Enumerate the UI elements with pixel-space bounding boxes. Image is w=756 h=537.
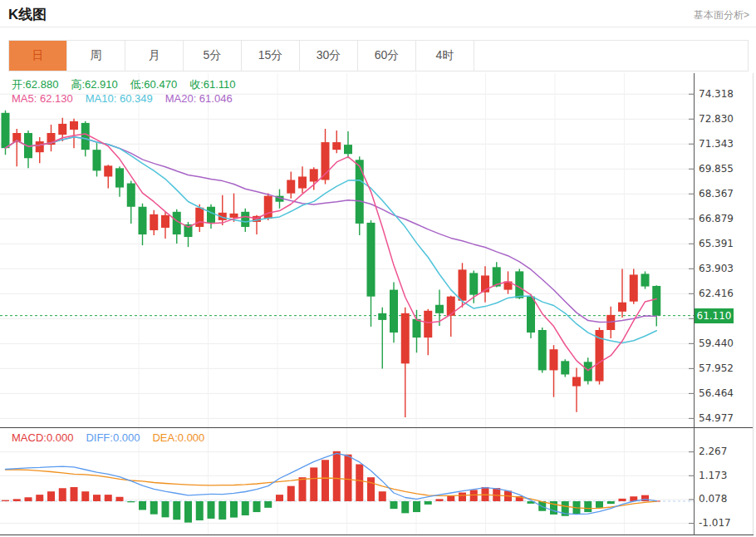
candlestick[interactable] — [104, 165, 112, 176]
candlestick[interactable] — [469, 273, 478, 294]
axis-tick-label: 57.952 — [699, 362, 734, 374]
macd-histogram-bar — [436, 499, 444, 501]
macd-histogram-bar — [116, 497, 124, 501]
candlestick[interactable] — [115, 168, 124, 187]
candlestick[interactable] — [230, 214, 238, 218]
candlestick[interactable] — [652, 286, 660, 316]
macd-histogram-bar — [447, 495, 454, 501]
macd-histogram-bar — [25, 497, 32, 501]
macd-histogram-bar — [242, 501, 249, 515]
macd-histogram-bar — [299, 477, 307, 501]
candlestick[interactable] — [378, 313, 386, 320]
candlestick[interactable] — [150, 214, 158, 230]
candlestick[interactable] — [584, 362, 592, 381]
macd-histogram-bar — [81, 491, 89, 501]
candlestick[interactable] — [413, 319, 421, 337]
macd-histogram-bar — [150, 501, 158, 515]
axis-tick-label: -1.017 — [699, 517, 731, 529]
macd-histogram-bar — [356, 464, 363, 500]
candlestick[interactable] — [538, 330, 547, 370]
macd-histogram-bar — [310, 467, 317, 501]
macd-histogram-bar — [36, 495, 43, 501]
macd-histogram-bar — [196, 501, 204, 520]
candlestick[interactable] — [618, 303, 626, 312]
candlestick[interactable] — [241, 212, 249, 227]
candlestick[interactable] — [36, 141, 44, 152]
candlestick[interactable] — [70, 121, 78, 130]
macd-histogram-bar — [139, 501, 146, 510]
candlestick[interactable] — [630, 274, 638, 301]
axis-tick-label: 56.464 — [699, 387, 734, 399]
macd-histogram-bar — [322, 460, 329, 501]
macd-histogram-bar — [287, 486, 295, 501]
legend-item: MA10: 60.349 — [86, 92, 153, 105]
axis-tick-label: 71.343 — [699, 138, 734, 150]
candlestick[interactable] — [527, 297, 535, 333]
macd-histogram-bar — [59, 488, 66, 501]
macd-histogram-bar — [218, 501, 226, 520]
macd-histogram-bar — [482, 487, 489, 501]
axis-tick-label: 54.977 — [699, 412, 734, 424]
macd-histogram-bar — [413, 501, 420, 512]
candlestick[interactable] — [207, 207, 215, 223]
candlestick[interactable] — [344, 145, 352, 154]
candlestick[interactable] — [139, 207, 147, 234]
ma20-line — [6, 137, 657, 323]
legend-item: MACD:0.000 — [12, 431, 73, 444]
macd-histogram-bar — [127, 501, 135, 502]
macd-histogram-bar — [493, 488, 500, 501]
macd-histogram-bar — [345, 455, 352, 501]
candlestick[interactable] — [390, 290, 398, 333]
legend-item: DEA:0.000 — [152, 431, 204, 444]
candlestick[interactable] — [195, 208, 204, 227]
axis-tick-label: 63.903 — [699, 263, 734, 274]
macd-histogram-bar — [71, 487, 78, 501]
macd-histogram-bar — [619, 499, 626, 501]
candlestick[interactable] — [435, 305, 444, 313]
candlestick[interactable] — [264, 196, 272, 219]
macd-legend: MACD:0.000DIFF:0.000DEA:0.000 — [12, 431, 217, 444]
candlestick[interactable] — [424, 311, 432, 337]
candlestick[interactable] — [561, 361, 569, 374]
kline-widget: K线图 基本面分析> 日周月5分15分30分60分4时 开:62.880高:62… — [0, 0, 756, 537]
candlestick[interactable] — [641, 273, 650, 286]
macd-histogram-bar — [230, 501, 238, 518]
candlestick[interactable] — [572, 377, 581, 386]
legend-item: 高:62.910 — [71, 78, 117, 91]
axis-tick-label: 65.391 — [699, 238, 734, 249]
candlestick[interactable] — [2, 113, 10, 148]
legend-item: 开:62.880 — [12, 78, 58, 91]
macd-histogram-bar — [459, 492, 466, 500]
legend-item: 收:61.110 — [189, 78, 235, 91]
candlestick[interactable] — [459, 269, 467, 300]
macd-histogram-bar — [173, 501, 180, 520]
candlestick[interactable] — [127, 184, 135, 207]
macd-histogram-bar — [333, 451, 341, 501]
legend-item: DIFF:0.000 — [86, 431, 140, 444]
macd-histogram-bar — [596, 501, 603, 508]
macd-histogram-bar — [47, 491, 55, 501]
candlestick[interactable] — [161, 215, 169, 228]
candlestick[interactable] — [332, 142, 341, 150]
candlestick[interactable] — [367, 223, 376, 297]
candlestick[interactable] — [298, 176, 307, 188]
candlestick[interactable] — [550, 349, 558, 370]
ohlc-legend: 开:62.880高:62.910低:60.470收:61.110 — [12, 77, 248, 92]
candlestick[interactable] — [287, 180, 295, 193]
candlestick[interactable] — [81, 123, 90, 150]
current-price-badge: 61.110 — [695, 308, 734, 323]
candlestick[interactable] — [93, 150, 101, 170]
candlestick[interactable] — [356, 160, 364, 224]
macd-histogram-bar — [93, 495, 101, 501]
macd-histogram-bar — [105, 495, 112, 501]
candlestick[interactable] — [401, 313, 410, 364]
candlestick[interactable] — [515, 271, 523, 298]
axis-tick-label: 74.318 — [699, 88, 734, 100]
axis-tick-label: 0.078 — [699, 493, 727, 505]
axis-tick-label: 72.830 — [699, 113, 734, 125]
candlestick[interactable] — [447, 297, 455, 316]
candlestick[interactable] — [58, 124, 66, 135]
axis-tick-label: 59.440 — [699, 337, 734, 349]
ma-legend: MA5: 62.130MA10: 60.349MA20: 61.046 — [12, 92, 245, 105]
candlestick[interactable] — [310, 169, 318, 181]
